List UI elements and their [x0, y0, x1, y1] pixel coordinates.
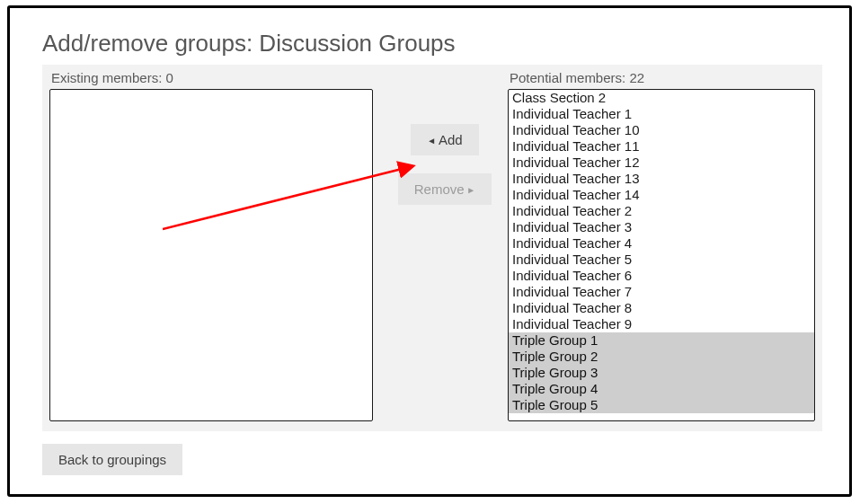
- potential-members-list[interactable]: Class Section 2Individual Teacher 1Indiv…: [508, 89, 815, 421]
- potential-label-text: Potential members:: [510, 70, 629, 85]
- list-item[interactable]: Individual Teacher 1: [509, 106, 814, 122]
- list-item[interactable]: Individual Teacher 9: [509, 316, 814, 332]
- list-item[interactable]: Individual Teacher 13: [509, 171, 814, 187]
- potential-count: 22: [629, 70, 644, 85]
- list-item[interactable]: Individual Teacher 6: [509, 268, 814, 284]
- list-item[interactable]: Individual Teacher 2: [509, 203, 814, 219]
- existing-members-list[interactable]: [49, 89, 373, 421]
- list-item[interactable]: Individual Teacher 8: [509, 300, 814, 316]
- list-item[interactable]: Individual Teacher 7: [509, 284, 814, 300]
- existing-members-label: Existing members: 0: [51, 70, 373, 85]
- list-item[interactable]: Individual Teacher 10: [509, 122, 814, 138]
- add-button[interactable]: Add: [411, 124, 478, 155]
- list-item[interactable]: Individual Teacher 11: [509, 138, 814, 155]
- list-item[interactable]: Class Section 2: [509, 90, 814, 106]
- remove-button[interactable]: Remove: [398, 173, 492, 205]
- list-item[interactable]: Triple Group 3: [509, 365, 814, 381]
- list-item[interactable]: Individual Teacher 4: [509, 235, 814, 252]
- existing-label-text: Existing members:: [51, 70, 166, 85]
- list-item[interactable]: Individual Teacher 12: [509, 155, 814, 171]
- list-item[interactable]: Triple Group 1: [509, 332, 814, 349]
- potential-members-label: Potential members: 22: [510, 70, 815, 85]
- page-title: Add/remove groups: Discussion Groups: [42, 30, 822, 57]
- list-item[interactable]: Triple Group 4: [509, 381, 814, 397]
- list-item[interactable]: Triple Group 5: [509, 397, 814, 413]
- group-assign-panel: Existing members: 0 Add Remove Potential…: [42, 65, 822, 431]
- list-item[interactable]: Individual Teacher 3: [509, 219, 814, 235]
- existing-count: 0: [166, 70, 173, 85]
- list-item[interactable]: Individual Teacher 14: [509, 187, 814, 203]
- list-item[interactable]: Individual Teacher 5: [509, 252, 814, 268]
- list-item[interactable]: Triple Group 2: [509, 349, 814, 365]
- back-to-groupings-button[interactable]: Back to groupings: [42, 444, 182, 475]
